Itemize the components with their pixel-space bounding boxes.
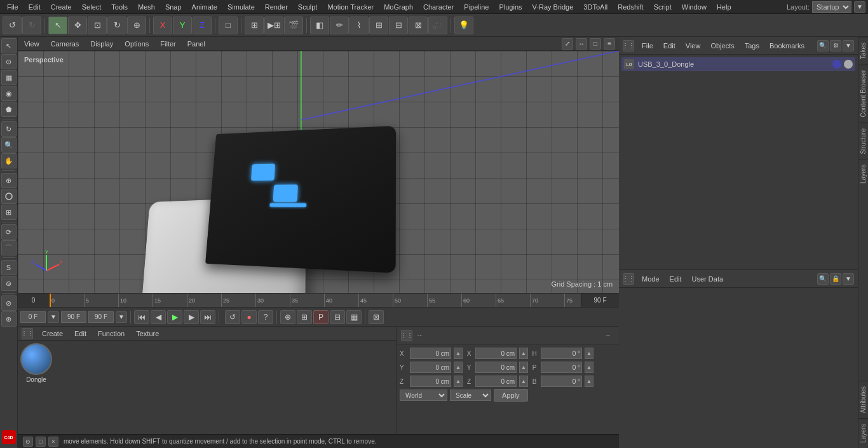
tool-rotate-view[interactable]: ↻: [1, 121, 17, 137]
menu-character[interactable]: Character: [419, 2, 458, 12]
step-fwd-btn[interactable]: ▶: [184, 310, 199, 324]
status-icon-2[interactable]: □: [36, 437, 46, 447]
camera-film-btn[interactable]: 🎥: [428, 17, 447, 34]
menu-render[interactable]: Render: [261, 2, 292, 12]
menu-tools[interactable]: Tools: [107, 2, 132, 12]
viewport-icon-3[interactable]: □: [590, 38, 601, 50]
tool-rect-select[interactable]: ▦: [1, 70, 17, 85]
om-item-color-dot2[interactable]: [844, 60, 853, 69]
viewport-menu-display[interactable]: Display: [88, 39, 116, 49]
camera-bp-btn[interactable]: ⊟: [389, 17, 408, 34]
om-menu-objects[interactable]: Objects: [708, 41, 736, 51]
bp-menu-edit[interactable]: Edit: [72, 329, 89, 339]
menu-mesh[interactable]: Mesh: [133, 2, 159, 12]
menu-simulate[interactable]: Simulate: [223, 2, 259, 12]
z-pos-input[interactable]: [410, 376, 451, 387]
h-arrow[interactable]: ▲: [585, 348, 593, 359]
layout-dropdown[interactable]: Startup: [812, 1, 851, 13]
move-tool-btn[interactable]: ✥: [68, 17, 87, 34]
y-rot-arrow[interactable]: ▲: [519, 362, 528, 373]
bp-menu-create[interactable]: Create: [39, 329, 65, 339]
p-input[interactable]: [541, 362, 582, 373]
world-dropdown[interactable]: World: [400, 390, 447, 401]
menu-edit[interactable]: Edit: [24, 2, 45, 12]
tab-attributes[interactable]: Attributes: [858, 381, 868, 418]
menu-script[interactable]: Script: [649, 2, 676, 12]
menu-create[interactable]: Create: [46, 2, 76, 12]
camera-persp-btn[interactable]: ◧: [310, 17, 329, 34]
x-pos-input[interactable]: [410, 348, 451, 359]
tool-stamp[interactable]: ⊚: [1, 276, 17, 291]
menu-motion-tracker[interactable]: Motion Tracker: [323, 2, 378, 12]
attr-menu-userdata[interactable]: User Data: [689, 274, 726, 284]
status-icon-1[interactable]: ⊙: [23, 437, 33, 447]
null-obj-btn[interactable]: □: [219, 17, 238, 34]
tool-bend[interactable]: ⌒: [1, 240, 17, 255]
p-arrow[interactable]: ▲: [585, 362, 593, 373]
x-rot-input[interactable]: [475, 348, 517, 359]
select-tool-btn[interactable]: ↖: [48, 17, 67, 34]
menu-pipeline[interactable]: Pipeline: [459, 2, 493, 12]
om-menu-view[interactable]: View: [683, 41, 703, 51]
axis-z-btn[interactable]: Z: [193, 17, 212, 34]
menu-animate[interactable]: Animate: [187, 2, 222, 12]
scale-dropdown[interactable]: Scale: [450, 390, 491, 401]
om-menu-bookmarks[interactable]: Bookmarks: [767, 41, 807, 51]
viewport-menu-panel[interactable]: Panel: [185, 39, 208, 49]
menu-mograph[interactable]: MoGraph: [379, 2, 417, 12]
menu-select[interactable]: Select: [78, 2, 106, 12]
material-item[interactable]: Dongle: [20, 343, 52, 383]
z-rot-input[interactable]: [475, 376, 517, 387]
auto-key-btn[interactable]: P: [313, 310, 329, 324]
material-preview[interactable]: [20, 343, 52, 375]
render-preview-btn[interactable]: ▶⊞: [264, 17, 283, 34]
tab-structure[interactable]: Structure: [858, 123, 868, 160]
menu-snap[interactable]: Snap: [161, 2, 186, 12]
transform-tool-btn[interactable]: ⊕: [127, 17, 146, 34]
menu-3dtoall[interactable]: 3DToAll: [579, 2, 612, 12]
attr-lock-icon[interactable]: 🔒: [830, 273, 841, 285]
viewport-menu-cameras[interactable]: Cameras: [48, 39, 82, 49]
motion-btn[interactable]: ⊟: [330, 310, 345, 324]
z-pos-arrow[interactable]: ▲: [454, 376, 463, 387]
rotate-tool-btn[interactable]: ↻: [107, 17, 126, 34]
viewport-menu-filter[interactable]: Filter: [158, 39, 178, 49]
attr-menu-edit[interactable]: Edit: [667, 274, 684, 284]
end-frame-input2[interactable]: [88, 311, 114, 323]
tab-layers-2[interactable]: Layers: [858, 418, 868, 448]
axis-x-btn[interactable]: X: [153, 17, 172, 34]
menu-redshift[interactable]: Redshift: [613, 2, 648, 12]
viewport-menu-view[interactable]: View: [22, 39, 42, 49]
tool-extra-2[interactable]: ⊛: [1, 311, 17, 327]
x-rot-arrow[interactable]: ▲: [519, 348, 528, 359]
3d-viewport[interactable]: Perspective Grid Spacing : 1 cm X Y: [18, 51, 619, 293]
viewport-menu-options[interactable]: Options: [122, 39, 151, 49]
tool-live-select[interactable]: ⊙: [1, 54, 17, 69]
attr-search-icon[interactable]: 🔍: [817, 273, 829, 285]
menu-window[interactable]: Window: [677, 2, 711, 12]
apply-button[interactable]: Apply: [494, 389, 528, 402]
camera-grid-btn[interactable]: ⊞: [369, 17, 388, 34]
tab-layers[interactable]: Layers: [858, 159, 868, 189]
tool-extra-1[interactable]: ⊘: [1, 295, 17, 311]
tool-circle-select[interactable]: ◉: [1, 86, 17, 101]
camera-spline-btn[interactable]: ⌇: [349, 17, 369, 34]
om-item-color-dot[interactable]: [832, 60, 841, 69]
tool-select[interactable]: ↖: [1, 38, 17, 53]
play-fwd-btn[interactable]: ▶: [167, 310, 182, 324]
menu-plugins[interactable]: Plugins: [494, 2, 526, 12]
om-menu-file[interactable]: File: [639, 41, 656, 51]
y-pos-arrow[interactable]: ▲: [454, 362, 463, 373]
b-arrow[interactable]: ▲: [585, 376, 593, 387]
redo-btn[interactable]: ↻: [22, 17, 41, 34]
end-frame-input1[interactable]: [61, 311, 86, 323]
om-search-icon[interactable]: 🔍: [817, 40, 829, 51]
extra-view-btn[interactable]: ⊠: [369, 310, 384, 324]
loop-btn[interactable]: ↺: [225, 310, 240, 324]
z-rot-arrow[interactable]: ▲: [519, 376, 528, 387]
light-btn[interactable]: 💡: [454, 17, 473, 34]
frame-arrow-down[interactable]: ▼: [48, 311, 59, 323]
axis-y-btn[interactable]: Y: [173, 17, 192, 34]
y-rot-input[interactable]: [475, 362, 517, 373]
tool-twist[interactable]: ⟳: [1, 224, 17, 240]
